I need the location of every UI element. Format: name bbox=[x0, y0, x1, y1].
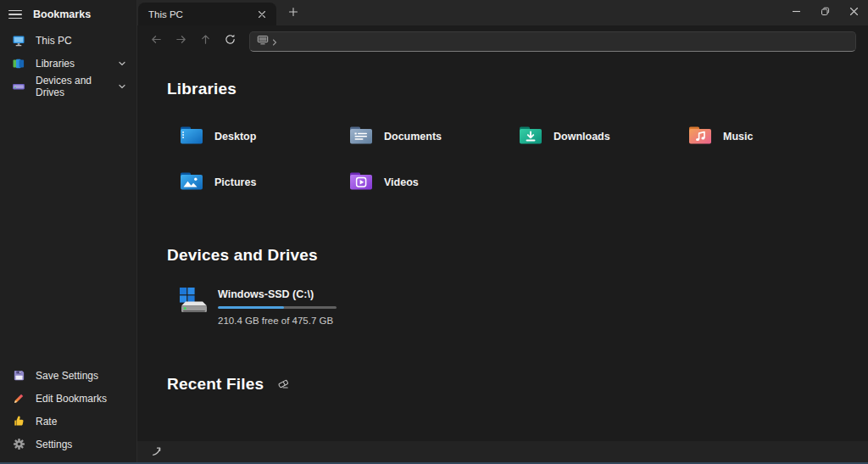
minimize-button[interactable] bbox=[782, 0, 810, 24]
drive-usage-fill bbox=[218, 306, 284, 309]
tab-strip: This PC bbox=[137, 0, 868, 25]
library-item-documents[interactable]: Documents bbox=[348, 120, 450, 154]
refresh-icon bbox=[224, 33, 236, 49]
content-area: Libraries bbox=[137, 57, 868, 441]
videos-folder-icon bbox=[349, 171, 373, 194]
sidebar-item-label: Libraries bbox=[36, 58, 75, 70]
libraries-heading-text: Libraries bbox=[167, 80, 236, 98]
recent-files-heading: Recent Files bbox=[167, 375, 868, 394]
close-icon bbox=[849, 4, 859, 20]
navigation-bar bbox=[137, 25, 868, 57]
sidebar-item-edit-bookmarks[interactable]: Edit Bookmarks bbox=[0, 387, 136, 410]
sidebar-title: Bookmarks bbox=[33, 8, 91, 20]
library-item-videos[interactable]: Videos bbox=[348, 166, 427, 199]
address-bar[interactable] bbox=[249, 31, 856, 52]
restore-button[interactable] bbox=[810, 0, 839, 24]
floppy-icon bbox=[12, 369, 25, 383]
up-button[interactable] bbox=[193, 30, 218, 53]
main-area: This PC bbox=[137, 0, 868, 464]
status-bar bbox=[137, 441, 868, 464]
hamburger-menu-icon[interactable] bbox=[8, 10, 22, 20]
forward-button[interactable] bbox=[169, 30, 193, 53]
libraries-grid: Desktop bbox=[178, 114, 868, 205]
sidebar-item-save-settings[interactable]: Save Settings bbox=[0, 364, 136, 387]
monitor-icon bbox=[257, 34, 269, 49]
recent-files-heading-text: Recent Files bbox=[167, 375, 264, 394]
arrow-left-icon bbox=[150, 33, 163, 49]
arrow-up-right-icon bbox=[151, 445, 163, 461]
libraries-heading: Libraries bbox=[167, 80, 868, 98]
devices-heading: Devices and Drives bbox=[167, 246, 868, 265]
sidebar-item-label: Devices and Drives bbox=[36, 75, 108, 98]
drive-meta: Windows-SSD (C:\) 210.4 GB free of 475.7… bbox=[218, 285, 337, 326]
sidebar: Bookmarks This PC Librari bbox=[0, 0, 137, 464]
library-item-label: Downloads bbox=[554, 131, 610, 143]
library-item-downloads[interactable]: Downloads bbox=[517, 120, 619, 154]
breadcrumb-chevron-icon bbox=[271, 34, 278, 49]
chevron-down-icon[interactable] bbox=[118, 59, 126, 68]
library-item-label: Videos bbox=[384, 176, 419, 188]
sidebar-item-label: Edit Bookmarks bbox=[36, 393, 107, 405]
sidebar-item-devices-and-drives[interactable]: Devices and Drives bbox=[0, 75, 136, 98]
library-item-music[interactable]: Music bbox=[687, 120, 761, 154]
expand-preview-button[interactable] bbox=[146, 444, 168, 462]
pictures-folder-icon bbox=[180, 171, 203, 194]
sidebar-item-this-pc[interactable]: This PC bbox=[0, 29, 136, 52]
close-button[interactable] bbox=[839, 0, 868, 24]
sidebar-header: Bookmarks bbox=[0, 0, 136, 29]
drive-capacity-text: 210.4 GB free of 475.7 GB bbox=[218, 316, 337, 326]
window-controls bbox=[782, 0, 868, 24]
library-item-label: Music bbox=[723, 131, 753, 143]
minimize-icon bbox=[792, 4, 801, 20]
arrow-right-icon bbox=[175, 33, 187, 49]
sidebar-item-label: Settings bbox=[36, 439, 72, 450]
library-item-label: Pictures bbox=[214, 176, 256, 188]
library-item-desktop[interactable]: Desktop bbox=[178, 120, 264, 154]
sidebar-item-libraries[interactable]: Libraries bbox=[0, 52, 136, 75]
plus-icon bbox=[288, 5, 298, 20]
chevron-down-icon[interactable] bbox=[118, 82, 126, 91]
sidebar-footer: Save Settings Edit Bookmarks bbox=[0, 364, 136, 456]
tab-this-pc[interactable]: This PC bbox=[138, 3, 276, 25]
sidebar-item-label: This PC bbox=[36, 35, 72, 47]
library-item-pictures[interactable]: Pictures bbox=[178, 166, 264, 199]
arrow-up-icon bbox=[199, 33, 212, 49]
hard-drive-icon bbox=[177, 285, 209, 319]
gear-icon bbox=[12, 438, 25, 451]
new-tab-button[interactable] bbox=[281, 2, 305, 24]
file-manager-window: Bookmarks This PC Librari bbox=[0, 0, 868, 464]
sidebar-item-rate[interactable]: Rate bbox=[0, 410, 136, 433]
library-item-label: Documents bbox=[384, 131, 442, 143]
library-icon bbox=[12, 57, 25, 70]
thumbs-up-icon bbox=[12, 415, 25, 428]
downloads-folder-icon bbox=[519, 126, 542, 148]
desktop-folder-icon bbox=[180, 126, 203, 148]
sidebar-item-label: Save Settings bbox=[36, 370, 98, 382]
clear-recent-button[interactable] bbox=[274, 375, 292, 394]
music-folder-icon bbox=[688, 126, 712, 148]
drive-usage-bar bbox=[218, 306, 337, 309]
pencil-icon bbox=[12, 392, 25, 405]
library-item-label: Desktop bbox=[214, 131, 256, 143]
restore-icon bbox=[821, 4, 830, 20]
tab-close-icon[interactable] bbox=[254, 7, 270, 22]
drive-item-windows-ssd[interactable]: Windows-SSD (C:\) 210.4 GB free of 475.7… bbox=[175, 283, 343, 329]
tab-title: This PC bbox=[148, 9, 183, 20]
drive-icon bbox=[12, 80, 25, 93]
sidebar-item-settings[interactable]: Settings bbox=[0, 433, 136, 456]
sidebar-item-label: Rate bbox=[36, 416, 57, 428]
refresh-button[interactable] bbox=[218, 30, 242, 53]
devices-heading-text: Devices and Drives bbox=[167, 246, 318, 265]
drive-name: Windows-SSD (C:\) bbox=[218, 288, 337, 300]
monitor-icon bbox=[12, 34, 25, 48]
documents-folder-icon bbox=[349, 126, 373, 148]
eraser-icon bbox=[277, 375, 289, 394]
back-button[interactable] bbox=[144, 30, 169, 53]
